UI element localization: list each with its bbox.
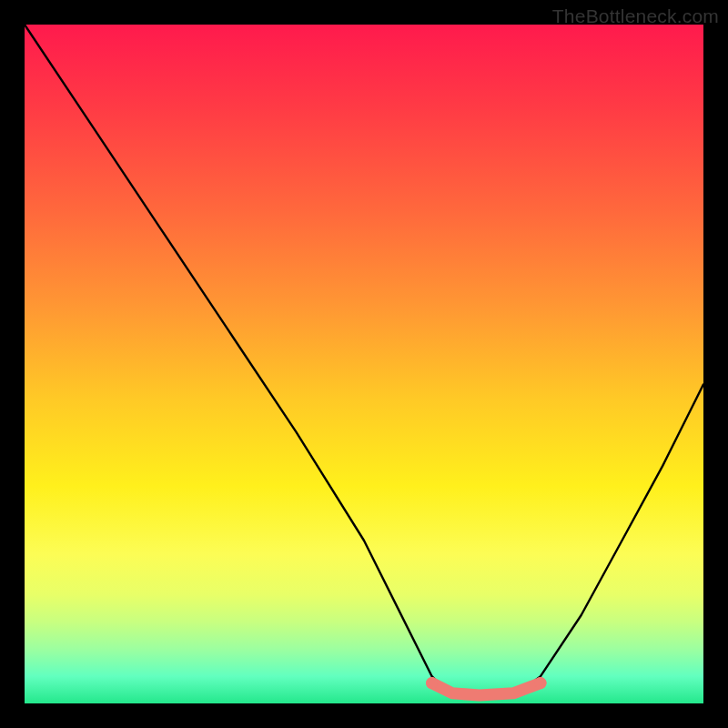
optimal-band-endpoint: [535, 677, 547, 689]
series-group: [25, 25, 703, 697]
optimal-band: [432, 683, 541, 695]
bottleneck-curve: [25, 25, 703, 697]
plot-area: [25, 25, 703, 703]
chart-frame: TheBottleneck.com: [0, 0, 728, 728]
optimal-band-endpoint: [426, 677, 438, 689]
chart-svg: [25, 25, 703, 703]
